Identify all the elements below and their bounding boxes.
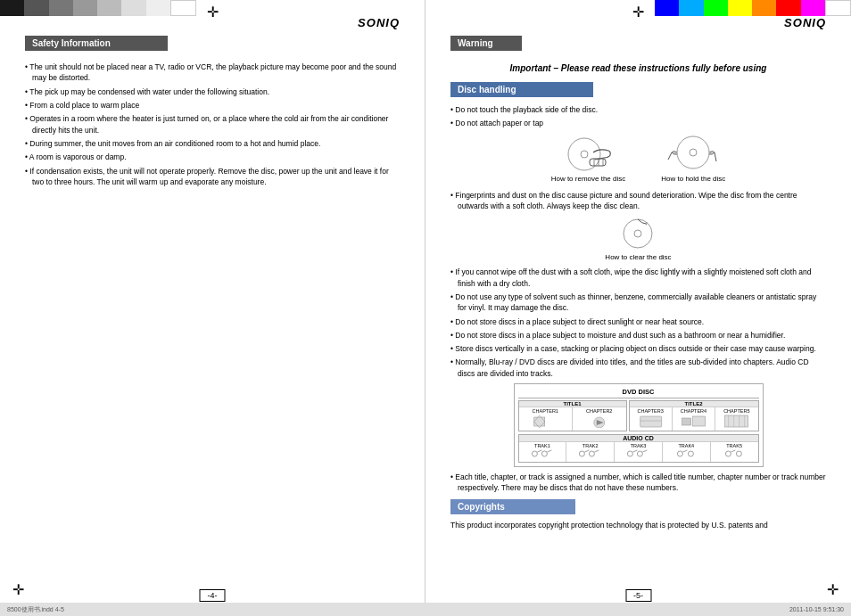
storage-bullet-3: • Do not store discs in a place subject … — [450, 316, 826, 327]
copyrights-text: This product incorporates copyright prot… — [450, 520, 826, 530]
svg-point-30 — [580, 451, 585, 456]
svg-point-10 — [624, 219, 652, 248]
chapter1-icon — [520, 414, 572, 428]
dvd-diagram: DVD DISC TITLE1 CHAPTER1 — [514, 383, 764, 467]
reg-mark-bottom-right: ✛ — [827, 581, 839, 598]
dvd-disc-label: DVD DISC — [518, 388, 759, 396]
trak5-icon — [712, 448, 757, 459]
svg-point-41 — [725, 451, 731, 456]
disc-handling-header: Disc handling — [450, 82, 593, 97]
svg-line-29 — [547, 450, 551, 452]
disc-images-row: How to remove the disc How to hold the d… — [450, 135, 826, 183]
disc-hold-caption: How to hold the disc — [661, 175, 725, 183]
svg-point-40 — [688, 451, 693, 456]
reg-mark-top-right: ✛ — [632, 4, 644, 21]
storage-bullet-2: • Do not use any type of solvent such as… — [450, 292, 826, 314]
safety-bullet-3: • From a cold place to warm place — [25, 100, 400, 111]
svg-line-37 — [642, 450, 647, 452]
warning-header: Warning — [450, 36, 522, 51]
svg-line-31 — [585, 450, 590, 452]
storage-bullet-5: • Store discs vertically in a case, stac… — [450, 343, 826, 354]
chapter4-icon — [673, 414, 714, 428]
svg-line-8 — [668, 152, 672, 160]
important-text: Important – Please read these instructio… — [450, 63, 826, 73]
page-number-left: -4- — [200, 591, 226, 600]
reg-mark-bottom-left: ✛ — [12, 581, 24, 598]
disc-clear-container: How to clear the disc — [450, 217, 826, 261]
svg-point-32 — [590, 451, 595, 456]
trak4-icon — [664, 448, 709, 459]
reg-mark-top-left: ✛ — [207, 4, 219, 21]
disc-remove-container: How to remove the disc — [551, 135, 626, 183]
svg-point-6 — [677, 136, 709, 168]
disc-hold-container: How to hold the disc — [661, 135, 725, 183]
safety-bullet-6: • A room is vaporous or damp. — [25, 152, 400, 162]
trak1-icon — [520, 448, 566, 459]
fingerprint-text: • Fingerprints and dust on the disc caus… — [450, 190, 826, 212]
disc-clear-caption: How to clear the disc — [605, 253, 671, 261]
svg-line-9 — [715, 152, 716, 161]
svg-point-28 — [541, 451, 547, 456]
svg-line-39 — [682, 450, 687, 452]
storage-bullet-1: • If you cannot wipe off the dust with a… — [450, 267, 826, 289]
safety-bullet-1: • The unit should not be placed near a T… — [25, 62, 400, 84]
page-number-right: -5- — [625, 591, 651, 600]
disc-remove-caption: How to remove the disc — [551, 175, 626, 183]
svg-point-36 — [637, 451, 642, 456]
svg-point-43 — [736, 451, 741, 456]
svg-point-1 — [581, 151, 588, 158]
safety-bullet-4: • Operates in a room where the heater is… — [25, 113, 400, 136]
copyrights-header: Copyrights — [450, 499, 575, 514]
soniq-logo-right: SONIQ — [784, 16, 826, 29]
soniq-logo-left: SONIQ — [358, 16, 400, 29]
storage-bullet-4: • Do not store discs in a place subject … — [450, 330, 826, 341]
track-note: • Each title, chapter, or track is assig… — [450, 472, 826, 494]
chapter3-icon — [631, 414, 671, 428]
audio-cd-label: AUDIO CD — [519, 435, 758, 441]
storage-bullet-6: • Normally, Blu-ray / DVD discs are divi… — [450, 357, 826, 379]
trak2-icon — [567, 448, 613, 459]
chapter2-icon — [574, 414, 625, 428]
svg-point-26 — [532, 451, 537, 456]
svg-line-42 — [731, 450, 735, 452]
disc-clear-icon — [614, 217, 663, 251]
svg-line-35 — [632, 450, 637, 452]
svg-rect-17 — [640, 416, 661, 427]
page-container: ✛ SONIQ Safety Information • The unit sh… — [0, 0, 851, 616]
svg-line-33 — [595, 450, 599, 452]
right-page: ✛ SONIQ Warning Important – Please read … — [426, 0, 851, 616]
copyrights-section: Copyrights This product incorporates cop… — [450, 499, 826, 530]
left-page: ✛ SONIQ Safety Information • The unit sh… — [0, 0, 426, 616]
disc-hold-icon — [665, 135, 723, 172]
svg-point-38 — [677, 451, 682, 456]
safety-info-header: Safety Information — [25, 36, 168, 51]
trak3-icon — [616, 448, 661, 459]
svg-point-34 — [627, 451, 632, 456]
svg-rect-20 — [692, 416, 705, 426]
svg-rect-19 — [682, 418, 690, 425]
disc-remove-icon — [559, 135, 617, 172]
file-info: 8500使用书.indd 4-5 — [7, 605, 64, 614]
disc-bullet-1: • Do not touch the playback side of the … — [450, 104, 826, 115]
svg-rect-13 — [533, 417, 544, 426]
bottom-bar: 8500使用书.indd 4-5 2011-10-15 9:51:30 — [0, 603, 851, 616]
disc-bullet-2: • Do not attach paper or tap — [450, 118, 826, 128]
safety-bullet-2: • The pick up may be condensed with wate… — [25, 86, 400, 97]
safety-bullet-7: • If condensation exists, the unit will … — [25, 166, 400, 188]
svg-point-7 — [690, 149, 697, 156]
chapter5-icon — [716, 414, 756, 428]
safety-bullet-5: • During summer, the unit moves from an … — [25, 138, 400, 149]
svg-point-11 — [634, 230, 641, 237]
date-info: 2011-10-15 9:51:30 — [789, 606, 844, 612]
svg-line-27 — [537, 450, 541, 452]
